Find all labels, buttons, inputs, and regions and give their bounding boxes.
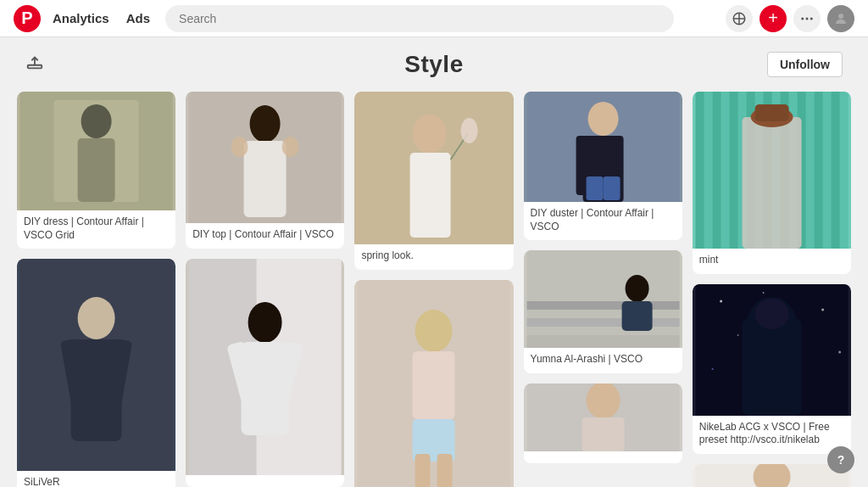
pin-card[interactable]: SiLiVeR bbox=[17, 259, 175, 487]
search-input[interactable] bbox=[165, 5, 674, 32]
pins-grid: DIY dress | Contour Affair | VSCO Grid S… bbox=[17, 92, 851, 487]
svg-rect-51 bbox=[621, 301, 652, 331]
svg-point-22 bbox=[282, 137, 299, 157]
svg-point-35 bbox=[415, 310, 453, 352]
svg-point-50 bbox=[625, 275, 648, 302]
svg-rect-48 bbox=[526, 318, 679, 327]
svg-rect-39 bbox=[437, 454, 453, 487]
svg-rect-49 bbox=[526, 335, 679, 348]
pin-label: SiLiVeR bbox=[17, 471, 175, 487]
svg-rect-31 bbox=[410, 153, 451, 238]
unfollow-button[interactable]: Unfollow bbox=[767, 52, 843, 77]
svg-rect-54 bbox=[581, 417, 624, 451]
user-avatar[interactable] bbox=[827, 5, 854, 32]
pin-label bbox=[524, 451, 682, 463]
pin-card[interactable]: mint bbox=[693, 92, 851, 274]
svg-point-4 bbox=[806, 17, 809, 20]
pin-card[interactable] bbox=[524, 383, 682, 463]
search-container bbox=[165, 5, 674, 32]
svg-point-11 bbox=[81, 104, 112, 138]
explore-button[interactable] bbox=[726, 5, 753, 32]
svg-rect-63 bbox=[814, 92, 822, 249]
svg-rect-46 bbox=[526, 250, 679, 348]
svg-point-25 bbox=[248, 302, 282, 343]
pin-card[interactable] bbox=[186, 259, 344, 487]
svg-point-75 bbox=[711, 368, 713, 370]
svg-point-81 bbox=[753, 464, 790, 487]
add-button[interactable]: + bbox=[760, 5, 787, 32]
svg-point-14 bbox=[78, 297, 115, 339]
svg-point-74 bbox=[838, 350, 841, 353]
app-header: P Analytics Ads + bbox=[0, 0, 868, 37]
svg-rect-57 bbox=[712, 92, 721, 249]
main-nav: Analytics Ads bbox=[47, 8, 155, 29]
pin-card[interactable]: Yumna Al-Arashi | VSCO bbox=[524, 250, 682, 373]
messages-button[interactable] bbox=[793, 5, 821, 32]
upload-button[interactable] bbox=[25, 53, 44, 76]
svg-rect-67 bbox=[754, 104, 788, 121]
pin-label: Yumna Al-Arashi | VSCO bbox=[524, 348, 682, 373]
help-button[interactable]: ? bbox=[827, 446, 854, 473]
svg-rect-58 bbox=[729, 92, 737, 249]
svg-point-19 bbox=[250, 105, 281, 143]
svg-rect-20 bbox=[244, 141, 287, 217]
svg-point-70 bbox=[762, 292, 764, 294]
svg-rect-38 bbox=[415, 454, 431, 487]
svg-rect-44 bbox=[586, 176, 603, 200]
svg-point-72 bbox=[737, 334, 738, 336]
board-header: Style Unfollow bbox=[17, 51, 851, 78]
svg-point-53 bbox=[586, 383, 620, 419]
pin-card[interactable]: s-p-o-r-t bbox=[354, 280, 513, 487]
pin-label: mint bbox=[693, 249, 851, 274]
svg-rect-47 bbox=[526, 301, 679, 310]
pin-label: NikeLab ACG x VSCO | Free preset http://… bbox=[693, 416, 851, 454]
svg-point-33 bbox=[461, 118, 478, 143]
svg-rect-7 bbox=[28, 64, 42, 68]
svg-rect-65 bbox=[742, 117, 801, 249]
pin-card[interactable]: spring look. bbox=[354, 92, 513, 270]
pin-label: spring look. bbox=[354, 244, 513, 270]
pin-label: DIY dress | Contour Affair | VSCO Grid bbox=[17, 210, 175, 249]
svg-point-79 bbox=[754, 299, 788, 329]
nav-analytics[interactable]: Analytics bbox=[47, 8, 114, 29]
pin-label: DIY duster | Contour Affair | VSCO bbox=[524, 202, 682, 240]
svg-point-41 bbox=[587, 102, 618, 136]
svg-rect-64 bbox=[831, 92, 839, 249]
svg-point-21 bbox=[231, 137, 248, 157]
svg-rect-12 bbox=[78, 138, 115, 202]
pin-card[interactable]: DIY dress | Contour Affair | VSCO Grid bbox=[17, 92, 175, 249]
svg-rect-45 bbox=[603, 176, 620, 200]
svg-point-30 bbox=[413, 115, 447, 154]
pin-card[interactable]: DIY top | Contour Affair | VSCO bbox=[186, 92, 344, 249]
pinterest-logo[interactable]: P bbox=[14, 5, 41, 32]
svg-point-3 bbox=[801, 17, 804, 20]
svg-point-5 bbox=[810, 17, 813, 20]
header-actions: + bbox=[726, 5, 854, 32]
pin-card[interactable]: DIY duster | Contour Affair | VSCO bbox=[524, 92, 682, 240]
pin-label bbox=[186, 475, 344, 487]
pin-card[interactable]: NikeLab ACG x VSCO | Free preset http://… bbox=[693, 284, 851, 454]
svg-point-69 bbox=[720, 299, 722, 302]
pin-label: DIY top | Contour Affair | VSCO bbox=[186, 223, 344, 249]
svg-point-6 bbox=[838, 14, 843, 19]
svg-rect-36 bbox=[413, 351, 455, 419]
svg-rect-56 bbox=[695, 92, 704, 249]
main-content: Style Unfollow DIY dress | Contour Affai… bbox=[0, 37, 868, 487]
nav-ads[interactable]: Ads bbox=[121, 8, 155, 29]
svg-point-71 bbox=[821, 308, 824, 311]
pin-card[interactable] bbox=[693, 464, 851, 487]
board-title: Style bbox=[404, 51, 463, 78]
